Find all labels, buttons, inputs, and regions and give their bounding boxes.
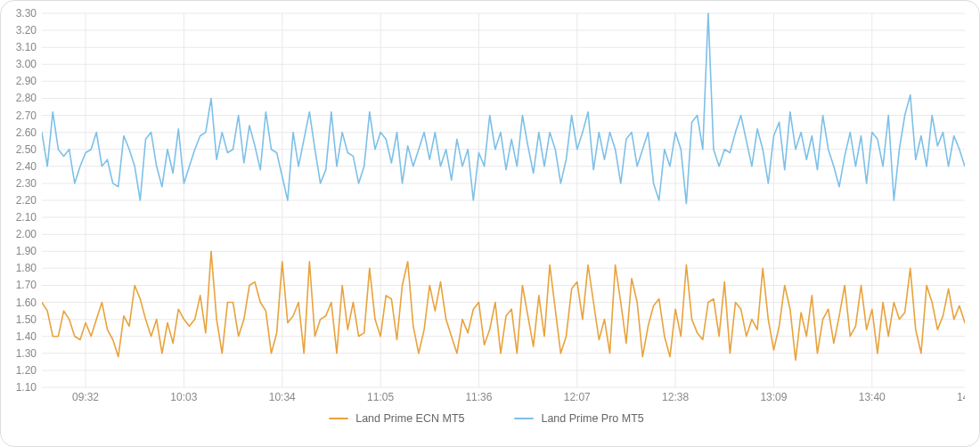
y-tick-label: 1.90 (16, 245, 37, 257)
y-tick-label: 2.10 (16, 211, 37, 224)
y-tick-label: 2.30 (16, 177, 37, 190)
y-tick-label: 2.60 (16, 126, 37, 139)
legend-item-ecn[interactable]: Land Prime ECN MT5 (329, 412, 464, 425)
y-tick-label: 2.00 (16, 228, 37, 240)
y-tick-label: 3.20 (16, 24, 37, 37)
legend: Land Prime ECN MT5 Land Prime Pro MT5 (8, 412, 965, 425)
y-tick-label: 3.10 (16, 41, 37, 53)
y-axis: 1.101.201.301.401.501.601.701.801.902.00… (8, 12, 42, 403)
y-tick-label: 1.20 (16, 364, 37, 377)
plot-area: 1.101.201.301.401.501.601.701.801.902.00… (8, 12, 965, 403)
y-tick-label: 1.10 (16, 381, 37, 394)
y-tick-label: 2.50 (16, 143, 37, 156)
y-tick-label: 3.30 (16, 7, 37, 20)
plot: 09:3210:0310:3411:0511:3612:0712:3813:09… (42, 12, 965, 403)
y-tick-label: 2.80 (16, 92, 37, 104)
x-tick-label: 14:11 (957, 391, 965, 403)
chart-svg (42, 12, 965, 403)
series-pro (42, 13, 965, 204)
x-tick-label: 11:05 (367, 391, 394, 403)
y-tick-label: 3.00 (16, 58, 37, 70)
y-tick-label: 1.30 (16, 347, 37, 360)
series-ecn (42, 251, 965, 360)
legend-swatch-ecn (329, 418, 348, 419)
legend-label-ecn: Land Prime ECN MT5 (355, 412, 464, 425)
y-tick-label: 1.70 (16, 279, 37, 291)
legend-label-pro: Land Prime Pro MT5 (541, 412, 643, 425)
y-tick-label: 1.80 (16, 262, 37, 274)
y-tick-label: 1.50 (16, 313, 37, 326)
y-tick-label: 2.20 (16, 194, 37, 207)
x-tick-label: 12:38 (662, 391, 689, 403)
y-tick-label: 1.40 (16, 330, 37, 343)
legend-item-pro[interactable]: Land Prime Pro MT5 (514, 412, 643, 425)
x-tick-label: 10:03 (170, 391, 197, 403)
y-tick-label: 2.70 (16, 110, 37, 122)
y-tick-label: 2.90 (16, 75, 37, 87)
x-tick-label: 11:36 (465, 391, 492, 403)
x-tick-label: 09:32 (72, 391, 99, 403)
chart-container: 1.101.201.301.401.501.601.701.801.902.00… (0, 0, 980, 447)
y-tick-label: 2.40 (16, 160, 37, 173)
x-tick-label: 13:09 (760, 391, 787, 403)
legend-swatch-pro (514, 418, 534, 419)
x-tick-label: 10:34 (269, 391, 296, 403)
x-tick-label: 13:40 (859, 391, 886, 403)
x-tick-label: 12:07 (564, 391, 591, 403)
y-tick-label: 1.60 (16, 297, 37, 309)
